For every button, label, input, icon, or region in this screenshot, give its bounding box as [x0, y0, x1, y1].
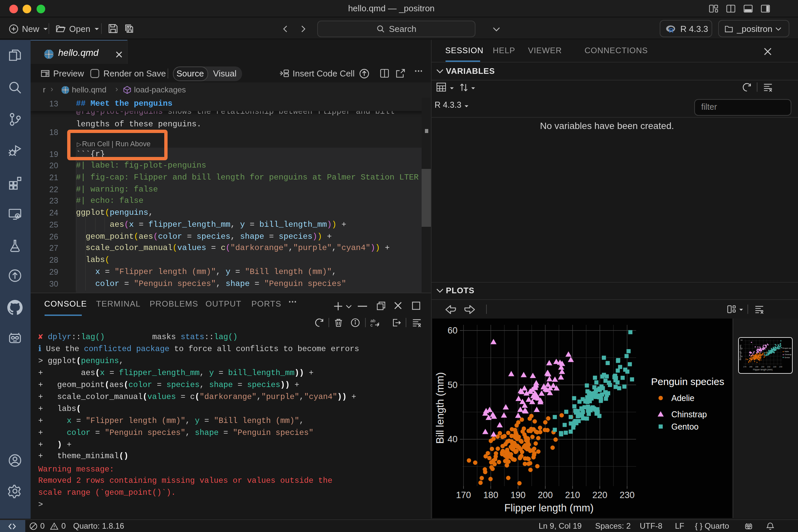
svg-text:Gentoo: Gentoo — [671, 422, 698, 431]
svg-text:Adelie: Adelie — [671, 393, 694, 403]
svg-text:200: 200 — [537, 490, 552, 500]
svg-text:c: c — [370, 323, 373, 327]
svg-text:R: R — [669, 26, 673, 33]
svg-text:Bill length (mm): Bill length (mm) — [434, 372, 445, 443]
svg-text:Flipper length (mm): Flipper length (mm) — [504, 502, 593, 514]
svg-text:210: 210 — [767, 365, 770, 367]
svg-text:Gentoo: Gentoo — [784, 357, 790, 358]
svg-text:Chinstrap: Chinstrap — [671, 410, 706, 419]
svg-text:180: 180 — [749, 365, 752, 367]
svg-text:Chinstrap: Chinstrap — [784, 354, 791, 355]
svg-text:Penguin species: Penguin species — [782, 347, 791, 349]
svg-text:220: 220 — [592, 490, 607, 500]
svg-text:180: 180 — [483, 490, 498, 500]
svg-text:210: 210 — [565, 490, 580, 500]
svg-text:50: 50 — [447, 380, 457, 390]
svg-text:40: 40 — [741, 355, 743, 357]
svg-text:Penguin species: Penguin species — [651, 376, 724, 387]
svg-text:60: 60 — [447, 325, 457, 336]
svg-text:Flipper length (mm): Flipper length (mm) — [753, 368, 773, 371]
svg-text:220: 220 — [773, 365, 776, 367]
svg-text:200: 200 — [761, 365, 764, 367]
svg-text:230: 230 — [619, 490, 634, 500]
svg-text:230: 230 — [779, 365, 782, 367]
svg-text:60: 60 — [741, 339, 743, 341]
svg-text:190: 190 — [510, 490, 525, 500]
svg-text:Bill length (mm): Bill length (mm) — [739, 344, 742, 360]
svg-text:Adelie: Adelie — [784, 350, 789, 352]
svg-text:190: 190 — [755, 365, 758, 367]
svg-text:50: 50 — [741, 347, 743, 349]
svg-text:170: 170 — [456, 490, 471, 500]
svg-text:170: 170 — [743, 365, 746, 367]
svg-text:40: 40 — [447, 434, 457, 444]
